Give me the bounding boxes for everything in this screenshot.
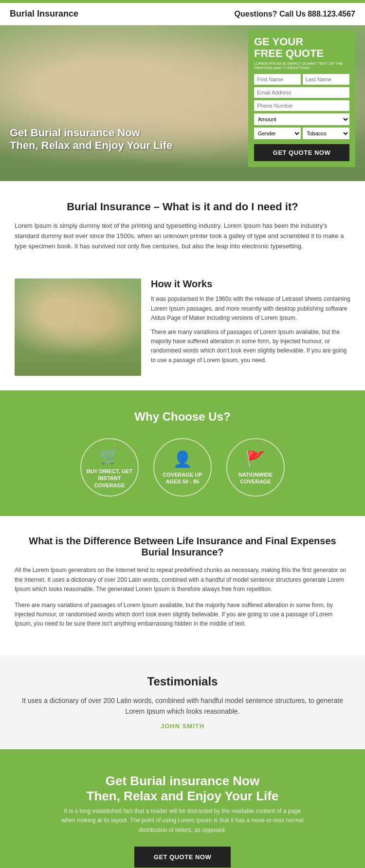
hero-section: Get Burial insurance Now Then, Relax and…	[0, 25, 365, 181]
couple-small-image	[15, 278, 141, 376]
how-it-works-section: How it Works It was popularised in the 1…	[0, 278, 365, 390]
why-label-0: BUY DIRECT, GET INSTANT COVERAGE	[81, 468, 138, 489]
cta-body: It is a long established fact that a rea…	[61, 807, 304, 835]
what-section: Burial Insurance – What is it and do I n…	[0, 181, 365, 278]
first-name-input[interactable]	[254, 74, 301, 85]
email-input[interactable]	[254, 87, 349, 98]
diff-para1: All the Lorem Ipsum generators on the In…	[15, 566, 350, 594]
flag-icon: 🚩	[246, 450, 265, 468]
contact-text: Questions? Call Us	[235, 10, 306, 18]
form-title: GE YOUR FREE QUOTE	[254, 36, 349, 59]
how-image	[15, 278, 141, 376]
site-logo: Burial Insurance	[10, 9, 78, 19]
why-circle-0: 🛒 BUY DIRECT, GET INSTANT COVERAGE	[80, 438, 139, 497]
why-item-2: 🚩 NATIONWIDE COVERAGE	[226, 438, 285, 497]
testimonial-author: JOHN SMITH	[15, 722, 350, 730]
amount-select[interactable]: Amount	[254, 113, 349, 125]
gender-select[interactable]: Gender	[254, 128, 301, 139]
diff-heading: What is the Difference Between Life Insu…	[15, 536, 350, 558]
why-label-1: COVERAGE UP AGES 50 - 85	[154, 471, 211, 485]
testimonial-quote: It uses a dictionary of over 200 Latin w…	[15, 695, 350, 717]
why-icons-container: 🛒 BUY DIRECT, GET INSTANT COVERAGE 👤 COV…	[15, 438, 350, 497]
how-para1: It was popularised in the 1960s with the…	[151, 295, 350, 323]
diff-section: What is the Difference Between Life Insu…	[0, 516, 365, 655]
what-body: Lorem Ipsum is simply dummy text of the …	[15, 221, 350, 251]
get-quote-button[interactable]: GET QUOTE NOW	[254, 144, 349, 161]
hero-headline: Get Burial insurance Now Then, Relax and…	[10, 127, 172, 152]
hero-form-box: GE YOUR FREE QUOTE LOREM IPSUM IS SIMPLY…	[248, 30, 355, 167]
form-subtitle: LOREM IPSUM IS SIMPLY DUMMY TEXT OF THE …	[254, 61, 349, 70]
what-heading: Burial Insurance – What is it and do I n…	[15, 201, 350, 213]
how-para2: There are many variations of passages of…	[151, 328, 350, 365]
why-item-1: 👤 COVERAGE UP AGES 50 - 85	[153, 438, 212, 497]
why-section: Why Choose Us? 🛒 BUY DIRECT, GET INSTANT…	[0, 390, 365, 516]
tobacco-select[interactable]: Tobacco	[303, 128, 349, 139]
why-heading: Why Choose Us?	[15, 410, 350, 424]
gender-tobacco-row: Gender Tobacco	[254, 128, 349, 142]
diff-para2: There are many variations of passages of…	[15, 601, 350, 629]
why-item-0: 🛒 BUY DIRECT, GET INSTANT COVERAGE	[80, 438, 139, 497]
person-icon: 👤	[173, 450, 192, 468]
how-content: How it Works It was popularised in the 1…	[151, 278, 350, 376]
cta-bottom-button[interactable]: GET QUOTE NOW	[134, 847, 231, 868]
cta-bottom-section: Get Burial insurance Now Then, Relax and…	[0, 749, 365, 868]
why-circle-1: 👤 COVERAGE UP AGES 50 - 85	[153, 438, 212, 497]
last-name-input[interactable]	[303, 74, 349, 85]
testimonials-section: Testimonials It uses a dictionary of ove…	[0, 655, 365, 750]
cta-headline: Get Burial insurance Now Then, Relax and…	[15, 774, 350, 804]
how-heading: How it Works	[151, 278, 350, 290]
testimonials-heading: Testimonials	[15, 675, 350, 688]
why-circle-2: 🚩 NATIONWIDE COVERAGE	[226, 438, 285, 497]
name-row	[254, 74, 349, 87]
header-contact: Questions? Call Us 888.123.4567	[235, 10, 355, 18]
why-label-2: NATIONWIDE COVERAGE	[227, 471, 284, 485]
hero-text: Get Burial insurance Now Then, Relax and…	[10, 127, 172, 152]
phone-input[interactable]	[254, 100, 349, 111]
phone-number: 888.123.4567	[308, 10, 355, 18]
header: Burial Insurance Questions? Call Us 888.…	[0, 3, 365, 25]
cart-icon: 🛒	[100, 446, 119, 465]
